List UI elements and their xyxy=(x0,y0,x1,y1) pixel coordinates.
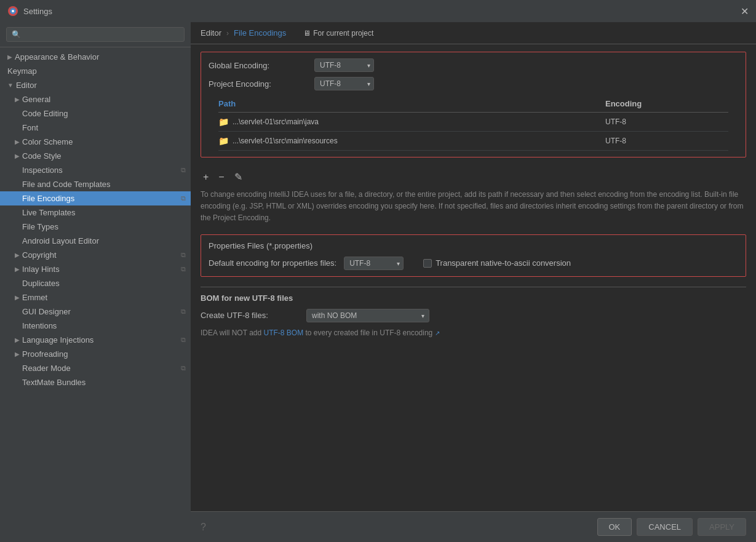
sidebar-item-label: File Encodings xyxy=(22,194,186,203)
breadcrumb-arrow: › xyxy=(226,29,229,38)
sidebar-item-font[interactable]: Font xyxy=(0,121,191,135)
properties-row: Default encoding for properties files: U… xyxy=(209,257,738,270)
sidebar-item-general[interactable]: ▶ General xyxy=(0,92,191,106)
sidebar-item-label: Color Scheme xyxy=(22,137,186,146)
path-value: ...\servlet-01\src\main\resources xyxy=(233,137,338,145)
sidebar-item-file-code-templates[interactable]: File and Code Templates xyxy=(0,177,191,191)
arrow-icon: ▶ xyxy=(15,252,20,258)
project-link[interactable]: 🖥 For current project xyxy=(303,29,373,38)
properties-encoding-select-wrapper: UTF-8 ISO-8859-1 xyxy=(344,257,404,270)
bom-label: Create UTF-8 files: xyxy=(201,311,299,320)
sidebar-item-editor[interactable]: ▼ Editor xyxy=(0,78,191,92)
arrow-icon: ▶ xyxy=(15,153,20,159)
sidebar-item-inlay-hints[interactable]: ▶ Inlay Hints ⧉ xyxy=(0,262,191,276)
sidebar-item-label: GUI Designer xyxy=(22,307,186,316)
sidebar-item-gui-designer[interactable]: GUI Designer ⧉ xyxy=(0,305,191,319)
sidebar-item-code-editing[interactable]: Code Editing xyxy=(0,106,191,121)
copy-icon: ⧉ xyxy=(181,251,186,259)
project-encoding-select[interactable]: UTF-8 ISO-8859-1 US-ASCII xyxy=(314,77,374,90)
copy-icon: ⧉ xyxy=(181,265,186,273)
sidebar-item-inspections[interactable]: Inspections ⧉ xyxy=(0,163,191,177)
ok-button[interactable]: OK xyxy=(597,518,632,536)
sidebar-item-language-injections[interactable]: ▶ Language Injections ⧉ xyxy=(0,333,191,347)
properties-title: Properties Files (*.properties) xyxy=(209,241,738,250)
folder-icon: 📁 xyxy=(218,117,229,127)
sidebar-item-label: Inlay Hints xyxy=(22,265,186,274)
bom-info-suffix: to every created file in UTF-8 encoding xyxy=(303,329,434,337)
content-body: Global Encoding: UTF-8 ISO-8859-1 US-ASC… xyxy=(191,44,756,511)
arrow-icon: ▶ xyxy=(15,351,20,357)
bom-info-highlight: UTF-8 BOM xyxy=(263,329,303,337)
sidebar-item-label: Code Style xyxy=(22,151,186,161)
sidebar-item-file-types[interactable]: File Types xyxy=(0,220,191,234)
path-cell: 📁 ...\servlet-01\src\main\java xyxy=(218,117,605,127)
close-button[interactable]: ✕ xyxy=(741,6,749,17)
properties-section: Properties Files (*.properties) Default … xyxy=(201,234,746,277)
info-text: To change encoding IntelliJ IDEA uses fo… xyxy=(201,189,746,225)
sidebar-item-keymap[interactable]: Keymap xyxy=(0,64,191,78)
sidebar-item-label: Emmet xyxy=(22,293,186,302)
properties-label: Default encoding for properties files: xyxy=(209,258,336,268)
copy-icon: ⧉ xyxy=(181,364,186,372)
path-cell: 📁 ...\servlet-01\src\main\resources xyxy=(218,136,605,146)
encoding-column-header: Encoding xyxy=(605,99,728,108)
sidebar-item-android-layout-editor[interactable]: Android Layout Editor xyxy=(0,234,191,248)
apply-button[interactable]: APPLY xyxy=(698,518,746,536)
sidebar-item-label: Duplicates xyxy=(22,279,186,288)
bom-select[interactable]: with NO BOM with BOM xyxy=(306,309,429,322)
sidebar-item-label: Keymap xyxy=(7,66,186,76)
copy-icon: ⧉ xyxy=(181,336,186,344)
global-encoding-select[interactable]: UTF-8 ISO-8859-1 US-ASCII xyxy=(314,58,374,72)
transparent-checkbox-label: Transparent native-to-ascii conversion xyxy=(436,258,571,268)
sidebar-item-file-encodings[interactable]: File Encodings ⧉ xyxy=(0,191,191,205)
arrow-icon: ▶ xyxy=(15,337,20,343)
external-link-icon[interactable]: ↗ xyxy=(435,330,440,337)
arrow-icon: ▶ xyxy=(15,294,20,301)
title-bar-left: Settings xyxy=(7,6,52,17)
sidebar-item-color-scheme[interactable]: ▶ Color Scheme xyxy=(0,135,191,149)
project-link-label: For current project xyxy=(313,29,373,38)
cancel-button[interactable]: CANCEL xyxy=(637,518,693,536)
table-row: 📁 ...\servlet-01\src\main\java UTF-8 xyxy=(218,113,728,132)
search-input[interactable] xyxy=(6,27,185,42)
breadcrumb-current: File Encodings xyxy=(234,28,286,38)
sidebar-item-code-style[interactable]: ▶ Code Style xyxy=(0,149,191,163)
footer-buttons: OK CANCEL APPLY xyxy=(597,518,747,536)
monitor-icon: 🖥 xyxy=(303,29,311,38)
project-encoding-select-wrapper: UTF-8 ISO-8859-1 US-ASCII xyxy=(314,77,374,90)
sidebar-item-intentions[interactable]: Intentions xyxy=(0,319,191,333)
window-title: Settings xyxy=(23,7,52,16)
sidebar-item-label: Android Layout Editor xyxy=(22,236,186,245)
path-value: ...\servlet-01\src\main\java xyxy=(233,118,319,126)
sidebar-item-textmate-bundles[interactable]: TextMate Bundles xyxy=(0,375,191,389)
sidebar-item-live-templates[interactable]: Live Templates xyxy=(0,205,191,220)
bom-section: BOM for new UTF-8 files Create UTF-8 fil… xyxy=(201,287,746,337)
sidebar-item-appearance[interactable]: ▶ Appearance & Behavior xyxy=(0,50,191,64)
sidebar-item-label: Inspections xyxy=(22,165,186,175)
remove-button[interactable]: − xyxy=(216,170,226,184)
app-icon xyxy=(7,6,18,17)
path-table-header: Path Encoding xyxy=(218,95,728,113)
sidebar-item-copyright[interactable]: ▶ Copyright ⧉ xyxy=(0,248,191,262)
sidebar-item-reader-mode[interactable]: Reader Mode ⧉ xyxy=(0,361,191,375)
global-encoding-select-wrapper: UTF-8 ISO-8859-1 US-ASCII xyxy=(314,58,374,72)
sidebar-item-label: General xyxy=(22,95,186,104)
add-button[interactable]: + xyxy=(201,170,211,184)
properties-encoding-select[interactable]: UTF-8 ISO-8859-1 xyxy=(344,257,404,270)
edit-button[interactable]: ✎ xyxy=(232,170,245,184)
transparent-checkbox[interactable] xyxy=(423,259,432,268)
sidebar-item-duplicates[interactable]: Duplicates xyxy=(0,276,191,290)
help-button[interactable]: ? xyxy=(201,522,206,533)
sidebar-item-label: Reader Mode xyxy=(22,364,186,373)
breadcrumb-root: Editor xyxy=(201,28,221,38)
sidebar-item-proofreading[interactable]: ▶ Proofreading xyxy=(0,347,191,361)
toolbar: + − ✎ xyxy=(191,165,756,189)
encoding-section: Global Encoding: UTF-8 ISO-8859-1 US-ASC… xyxy=(201,52,746,157)
sidebar-item-label: Proofreading xyxy=(22,349,186,359)
main-layout: ▶ Appearance & Behavior Keymap ▼ Editor … xyxy=(0,22,756,542)
arrow-icon: ▶ xyxy=(15,96,20,103)
arrow-icon: ▶ xyxy=(7,54,12,60)
global-encoding-label: Global Encoding: xyxy=(209,61,307,70)
sidebar-item-emmet[interactable]: ▶ Emmet xyxy=(0,290,191,305)
sidebar-item-label: File Types xyxy=(22,222,186,231)
